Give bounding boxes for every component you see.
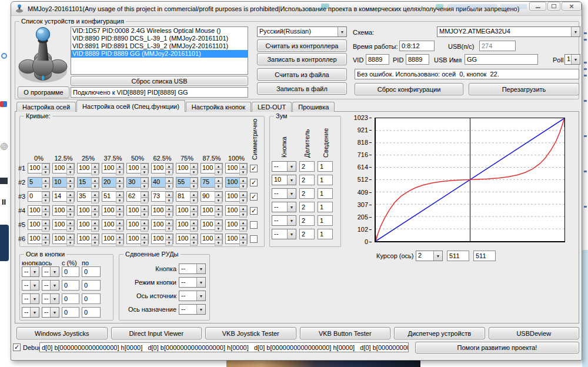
spin-down-icon[interactable]: ▼ bbox=[239, 169, 247, 175]
tool-button[interactable]: Windows Joysticks bbox=[16, 327, 108, 339]
spin-up-icon[interactable]: ▲ bbox=[141, 234, 148, 240]
chevron-down-icon[interactable]: ▼ bbox=[50, 281, 59, 290]
spinner-buttons[interactable]: ▲▼ bbox=[42, 178, 49, 187]
spinner-buttons[interactable]: ▲▼ bbox=[116, 220, 123, 229]
curve-value-spinner[interactable]: 100▲▼ bbox=[28, 233, 50, 244]
scheme-select[interactable]: MMJOY2.ATMEGA32U4 ▼ bbox=[437, 26, 580, 37]
spin-down-icon[interactable]: ▼ bbox=[239, 240, 247, 246]
spinner-buttons[interactable]: ▲▼ bbox=[91, 178, 99, 187]
symmetric-checkbox[interactable]: ✓ bbox=[250, 193, 258, 201]
spin-down-icon[interactable]: ▼ bbox=[116, 184, 123, 189]
zoom-divider-field[interactable]: 2 bbox=[299, 202, 315, 212]
spin-down-icon[interactable]: ▼ bbox=[42, 212, 49, 218]
spinner-buttons[interactable]: ▲▼ bbox=[215, 164, 222, 173]
dual-throttle-select[interactable]: --▼ bbox=[179, 291, 206, 301]
spinner-buttons[interactable]: ▲▼ bbox=[91, 206, 99, 215]
axis-from-field[interactable]: 0 bbox=[62, 307, 79, 318]
curve-value-spinner[interactable]: 100▲▼ bbox=[151, 233, 173, 244]
spin-up-icon[interactable]: ▲ bbox=[42, 206, 49, 212]
spin-up-icon[interactable]: ▲ bbox=[66, 192, 74, 198]
spin-up-icon[interactable]: ▲ bbox=[165, 164, 173, 169]
spinner-buttons[interactable]: ▲▼ bbox=[165, 206, 173, 215]
curve-value-spinner[interactable]: 0▲▼ bbox=[28, 191, 50, 202]
axis-select[interactable]: --▼ bbox=[42, 293, 59, 304]
spin-up-icon[interactable]: ▲ bbox=[190, 206, 198, 212]
spin-up-icon[interactable]: ▲ bbox=[66, 164, 74, 169]
curve-value-spinner[interactable]: 30▲▼ bbox=[126, 177, 149, 188]
spin-up-icon[interactable]: ▲ bbox=[66, 178, 74, 184]
curve-value-spinner[interactable]: 100▲▼ bbox=[176, 163, 198, 174]
spin-up-icon[interactable]: ▲ bbox=[42, 164, 49, 169]
zoom-convergence-field[interactable]: 1 bbox=[318, 161, 333, 172]
spinner-buttons[interactable]: ▲▼ bbox=[239, 206, 247, 215]
reset-usb-list-button[interactable]: Сброс списка USB bbox=[71, 76, 248, 86]
spin-up-icon[interactable]: ▲ bbox=[239, 164, 247, 169]
spinner-buttons[interactable]: ▲▼ bbox=[66, 192, 74, 201]
spinner-buttons[interactable]: ▲▼ bbox=[141, 234, 148, 243]
spin-down-icon[interactable]: ▼ bbox=[165, 212, 173, 218]
curve-value-spinner[interactable]: 20▲▼ bbox=[102, 177, 124, 188]
spin-down-icon[interactable]: ▼ bbox=[91, 226, 99, 232]
spinner-buttons[interactable]: ▲▼ bbox=[190, 178, 198, 187]
curve-value-spinner[interactable]: 100▲▼ bbox=[52, 163, 75, 174]
spin-up-icon[interactable]: ▲ bbox=[215, 178, 222, 184]
spin-up-icon[interactable]: ▲ bbox=[141, 220, 148, 226]
debug-log-field[interactable]: d[0] b[0000000000000000] h[0000] d[0] b[… bbox=[39, 342, 409, 352]
spinner-buttons[interactable]: ▲▼ bbox=[165, 192, 173, 201]
axis-button-select[interactable]: --▼ bbox=[22, 280, 39, 291]
curve-value-spinner[interactable]: 100▲▼ bbox=[52, 233, 75, 244]
spin-up-icon[interactable]: ▲ bbox=[165, 192, 173, 198]
spinner-buttons[interactable]: ▲▼ bbox=[116, 164, 123, 173]
uptime-field[interactable]: 0:8:12 bbox=[399, 41, 435, 51]
spinner-buttons[interactable]: ▲▼ bbox=[116, 192, 123, 201]
curve-value-spinner[interactable]: 100▲▼ bbox=[77, 219, 99, 230]
poll-select[interactable]: 1 ▼ bbox=[564, 54, 580, 65]
spin-down-icon[interactable]: ▼ bbox=[91, 184, 99, 189]
chevron-down-icon[interactable]: ▼ bbox=[30, 267, 39, 276]
spin-up-icon[interactable]: ▲ bbox=[239, 178, 247, 184]
spin-down-icon[interactable]: ▼ bbox=[141, 240, 148, 246]
curve-value-spinner[interactable]: 100▲▼ bbox=[102, 219, 124, 230]
spin-down-icon[interactable]: ▼ bbox=[215, 198, 222, 203]
usb-name-field[interactable]: GG bbox=[465, 54, 538, 65]
spin-up-icon[interactable]: ▲ bbox=[215, 206, 222, 212]
axis-from-field[interactable]: 0 bbox=[62, 280, 79, 291]
spinner-buttons[interactable]: ▲▼ bbox=[165, 178, 173, 187]
spinner-buttons[interactable]: ▲▼ bbox=[215, 192, 222, 201]
chevron-down-icon[interactable]: ▼ bbox=[287, 189, 296, 198]
spinner-buttons[interactable]: ▲▼ bbox=[116, 234, 123, 243]
curve-value-spinner[interactable]: 5▲▼ bbox=[28, 177, 50, 188]
device-list-item[interactable]: VID:1D57 PID:0008 2.4G Wireless Optical … bbox=[71, 27, 248, 35]
spinner-buttons[interactable]: ▲▼ bbox=[190, 220, 198, 229]
spin-up-icon[interactable]: ▲ bbox=[42, 178, 49, 184]
spin-down-icon[interactable]: ▼ bbox=[42, 198, 49, 203]
zoom-convergence-field[interactable]: 1 bbox=[318, 188, 333, 199]
spin-down-icon[interactable]: ▼ bbox=[190, 212, 198, 218]
spinner-buttons[interactable]: ▲▼ bbox=[42, 164, 49, 173]
symmetric-checkbox[interactable] bbox=[250, 221, 258, 229]
spinner-buttons[interactable]: ▲▼ bbox=[165, 164, 173, 173]
spinner-buttons[interactable]: ▲▼ bbox=[66, 220, 74, 229]
spin-up-icon[interactable]: ▲ bbox=[190, 164, 198, 169]
spinner-buttons[interactable]: ▲▼ bbox=[141, 220, 148, 229]
device-list-item[interactable]: VID:8891 PID:8891 DCS_L-39_2 (MMJoy2-201… bbox=[71, 42, 248, 50]
axis-from-field[interactable]: 0 bbox=[62, 293, 79, 304]
dual-throttle-select[interactable]: --▼ bbox=[179, 304, 206, 315]
curve-value-spinner[interactable]: 90▲▼ bbox=[201, 191, 223, 202]
tool-button[interactable]: Direct Input Viewer bbox=[111, 327, 202, 339]
curve-value-spinner[interactable]: 73▲▼ bbox=[151, 191, 173, 202]
axis-from-field[interactable]: 0 bbox=[62, 266, 79, 277]
zoom-button-select[interactable]: --▼ bbox=[272, 229, 296, 239]
spin-down-icon[interactable]: ▼ bbox=[91, 169, 99, 175]
tab-2[interactable]: Настройка осей (Спец.функции) bbox=[76, 100, 185, 112]
spin-down-icon[interactable]: ▼ bbox=[215, 240, 222, 246]
curve-value-spinner[interactable]: 100▲▼ bbox=[225, 205, 248, 216]
spin-up-icon[interactable]: ▲ bbox=[239, 234, 247, 240]
zoom-button-select[interactable]: --▼ bbox=[272, 215, 296, 226]
chevron-down-icon[interactable]: ▼ bbox=[30, 294, 39, 303]
chevron-down-icon[interactable]: ▼ bbox=[287, 162, 296, 171]
chevron-down-icon[interactable]: ▼ bbox=[287, 175, 296, 185]
curve-value-spinner[interactable]: 81▲▼ bbox=[176, 191, 198, 202]
spin-down-icon[interactable]: ▼ bbox=[239, 212, 247, 218]
axis-to-field[interactable]: 0 bbox=[82, 307, 101, 318]
